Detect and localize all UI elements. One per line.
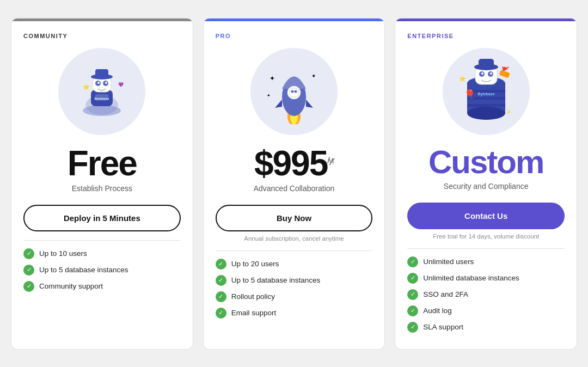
feature-item: ✓SSO and 2FA bbox=[407, 289, 565, 300]
cta-note-enterprise: Free trial for 14 days, volume discount bbox=[421, 233, 551, 240]
check-icon: ✓ bbox=[407, 322, 418, 333]
svg-point-34 bbox=[490, 72, 492, 75]
feature-text: SLA support bbox=[423, 323, 463, 331]
svg-text:✨: ✨ bbox=[506, 109, 511, 114]
card-label-community: COMMUNITY bbox=[11, 23, 193, 39]
illustration-enterprise: Bytebase 🎈 🚩 ⭐ ✨ bbox=[443, 48, 530, 135]
svg-point-19 bbox=[291, 90, 294, 93]
price-main-community: Free bbox=[68, 146, 137, 181]
check-icon: ✓ bbox=[216, 291, 226, 302]
feature-item: ✓Unlimited users bbox=[407, 256, 565, 267]
feature-text: Rollout policy bbox=[231, 292, 275, 301]
features-list-pro: ✓Up to 20 users✓Up to 5 database instanc… bbox=[204, 259, 385, 319]
svg-text:✦: ✦ bbox=[270, 75, 275, 82]
svg-point-6 bbox=[97, 82, 100, 84]
feature-item: ✓Unlimited database instances bbox=[407, 273, 565, 284]
svg-rect-9 bbox=[95, 69, 108, 77]
price-block-enterprise: CustomSecurity and Compliance bbox=[416, 140, 555, 193]
feature-text: SSO and 2FA bbox=[423, 290, 468, 298]
svg-point-33 bbox=[481, 72, 483, 75]
price-subtitle-enterprise: Security and Compliance bbox=[428, 182, 543, 191]
feature-item: ✓Up to 5 database instances bbox=[216, 275, 373, 286]
svg-rect-29 bbox=[467, 104, 505, 107]
price-subtitle-community: Establish Process bbox=[68, 184, 137, 193]
card-label-pro: PRO bbox=[204, 23, 385, 39]
svg-text:🎈: 🎈 bbox=[464, 89, 475, 99]
cta-note-pro: Annual subscription, cancel anytime bbox=[232, 235, 356, 242]
feature-item: ✓Community support bbox=[23, 281, 181, 292]
card-label-enterprise: ENTERPRISE bbox=[395, 23, 577, 39]
check-icon: ✓ bbox=[407, 273, 418, 284]
svg-point-1 bbox=[83, 105, 121, 116]
svg-text:✦: ✦ bbox=[311, 73, 316, 79]
svg-text:💜: 💜 bbox=[118, 82, 124, 87]
check-icon: ✓ bbox=[407, 305, 418, 316]
check-icon: ✓ bbox=[407, 289, 418, 300]
feature-item: ✓Email support bbox=[216, 308, 373, 319]
price-subtitle-pro: Advanced Collaboration bbox=[254, 184, 335, 193]
check-icon: ✓ bbox=[23, 248, 34, 259]
check-icon: ✓ bbox=[216, 259, 226, 270]
feature-item: ✓Up to 20 users bbox=[216, 259, 373, 270]
card-community: COMMUNITY Bytebase ⭐ 💜 FreeEstablish Pro… bbox=[11, 18, 193, 350]
svg-text:🚩: 🚩 bbox=[501, 66, 510, 74]
feature-text: Up to 5 database instances bbox=[231, 276, 321, 284]
feature-item: ✓Audit log bbox=[407, 305, 565, 316]
pricing-container: COMMUNITY Bytebase ⭐ 💜 FreeEstablish Pro… bbox=[11, 18, 577, 350]
card-top-border-community bbox=[11, 19, 193, 21]
check-icon: ✓ bbox=[407, 256, 418, 267]
check-icon: ✓ bbox=[216, 275, 226, 286]
feature-text: Up to 5 database instances bbox=[39, 266, 128, 274]
check-icon: ✓ bbox=[23, 265, 34, 276]
svg-point-26 bbox=[467, 107, 505, 120]
feature-text: Unlimited users bbox=[423, 258, 474, 266]
price-main-pro: $995/yr bbox=[254, 146, 335, 181]
feature-text: Audit log bbox=[423, 307, 452, 315]
svg-rect-36 bbox=[479, 59, 494, 68]
divider-community bbox=[23, 240, 181, 241]
feature-item: ✓Up to 5 database instances bbox=[23, 265, 181, 276]
feature-item: ✓Rollout policy bbox=[216, 291, 373, 302]
cta-button-pro[interactable]: Buy Now bbox=[216, 205, 373, 231]
cta-button-community[interactable]: Deploy in 5 Minutes bbox=[23, 205, 181, 231]
feature-text: Unlimited database instances bbox=[423, 274, 519, 282]
check-icon: ✓ bbox=[216, 308, 226, 319]
svg-text:Bytebase: Bytebase bbox=[477, 92, 494, 96]
features-list-enterprise: ✓Unlimited users✓Unlimited database inst… bbox=[395, 256, 577, 333]
price-block-community: FreeEstablish Process bbox=[56, 140, 149, 195]
card-pro: PRO ✦ ✦ ✦ $995/yrAdvanced CollaborationB… bbox=[203, 18, 385, 350]
svg-point-20 bbox=[295, 90, 297, 93]
svg-text:⭐: ⭐ bbox=[459, 75, 466, 82]
card-top-border-enterprise bbox=[395, 19, 577, 21]
check-icon: ✓ bbox=[23, 281, 34, 292]
features-list-community: ✓Up to 10 users✓Up to 5 database instanc… bbox=[11, 248, 193, 292]
svg-text:✦: ✦ bbox=[267, 93, 271, 98]
card-top-border-pro bbox=[204, 19, 385, 21]
svg-point-7 bbox=[105, 82, 107, 84]
svg-text:Bytebase: Bytebase bbox=[95, 97, 109, 100]
feature-text: Up to 20 users bbox=[231, 260, 279, 268]
feature-text: Community support bbox=[39, 282, 103, 290]
card-enterprise: ENTERPRISE Bytebase 🎈 🚩 ⭐ ✨ CustomSecuri… bbox=[395, 18, 577, 350]
feature-text: Up to 10 users bbox=[39, 249, 87, 258]
cta-button-enterprise[interactable]: Contact Us bbox=[407, 203, 565, 229]
illustration-community: Bytebase ⭐ 💜 bbox=[58, 48, 145, 135]
price-period-pro: /yr bbox=[327, 155, 334, 164]
feature-item: ✓SLA support bbox=[407, 322, 565, 333]
price-main-enterprise: Custom bbox=[428, 146, 543, 179]
feature-text: Email support bbox=[231, 309, 277, 317]
divider-enterprise bbox=[407, 248, 565, 249]
divider-pro bbox=[216, 250, 373, 251]
illustration-pro: ✦ ✦ ✦ bbox=[250, 48, 338, 135]
feature-item: ✓Up to 10 users bbox=[23, 248, 181, 259]
price-block-pro: $995/yrAdvanced Collaboration bbox=[242, 140, 347, 195]
svg-rect-18 bbox=[290, 88, 298, 97]
svg-text:⭐: ⭐ bbox=[83, 83, 90, 90]
